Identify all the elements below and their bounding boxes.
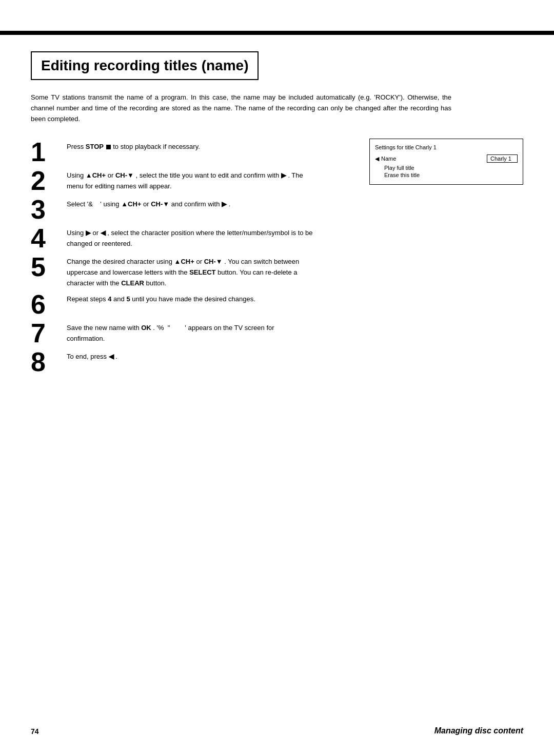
- step-3-row: 3 Select '& ' using ▲CH+ or CH-▼ and con…: [31, 196, 523, 223]
- step-3-content: Select '& ' using ▲CH+ or CH-▼ and confi…: [67, 196, 313, 210]
- step-8-row: 8 To end, press ◀ .: [31, 348, 523, 375]
- page-title: Editing recording titles (name): [41, 57, 248, 74]
- page-container: Editing recording titles (name) Some TV …: [31, 41, 523, 725]
- menu-screenshot: Settings for title Charly 1 ◀ Name Charl…: [369, 139, 523, 185]
- step-5-row: 5 Change the desired character using ▲CH…: [31, 254, 523, 288]
- menu-value-name: Charly 1: [487, 154, 518, 163]
- top-border: [0, 31, 554, 35]
- step-8-content: To end, press ◀ .: [67, 348, 313, 362]
- step-1-number: 1: [31, 139, 67, 165]
- step-6-number: 6: [31, 291, 67, 318]
- section-label: Managing disc content: [434, 726, 523, 735]
- menu-label-play: Play full title: [384, 165, 414, 171]
- steps-section: Settings for title Charly 1 ◀ Name Charl…: [31, 139, 523, 377]
- stop-icon: [106, 145, 111, 149]
- step-7-number: 7: [31, 320, 67, 346]
- step-2-content: Using ▲CH+ or CH-▼ , select the title yo…: [67, 167, 313, 192]
- menu-label-name: Name: [381, 156, 487, 162]
- menu-arrow-icon: ◀: [375, 156, 379, 162]
- menu-item-name: ◀ Name Charly 1: [375, 154, 518, 163]
- step-3-number: 3: [31, 196, 67, 223]
- step-4-row: 4 Using ▶ or ◀ , select the character po…: [31, 225, 523, 251]
- step-6-content: Repeat steps 4 and 5 until you have made…: [67, 291, 313, 305]
- step-5-content: Change the desired character using ▲CH+ …: [67, 254, 313, 288]
- step-4-number: 4: [31, 225, 67, 251]
- step-8-number: 8: [31, 348, 67, 375]
- menu-title: Settings for title Charly 1: [375, 144, 518, 150]
- title-box: Editing recording titles (name): [31, 51, 259, 80]
- step-2-number: 2: [31, 167, 67, 194]
- step-7-content: Save the new name with OK . '% " ' appea…: [67, 320, 313, 344]
- menu-item-erase: Erase this title: [384, 172, 518, 178]
- menu-label-erase: Erase this title: [384, 172, 420, 178]
- bottom-bar: 74 Managing disc content: [31, 726, 523, 735]
- step-4-content: Using ▶ or ◀ , select the character posi…: [67, 225, 313, 249]
- step-1-content: Press STOP to stop playback if necessary…: [67, 139, 313, 152]
- menu-item-play: Play full title: [384, 165, 518, 171]
- step-7-row: 7 Save the new name with OK . '% " ' app…: [31, 320, 523, 346]
- intro-text: Some TV stations transmit the name of a …: [31, 92, 451, 124]
- step-5-number: 5: [31, 254, 67, 280]
- page-number: 74: [31, 727, 39, 735]
- step-6-row: 6 Repeat steps 4 and 5 until you have ma…: [31, 291, 523, 318]
